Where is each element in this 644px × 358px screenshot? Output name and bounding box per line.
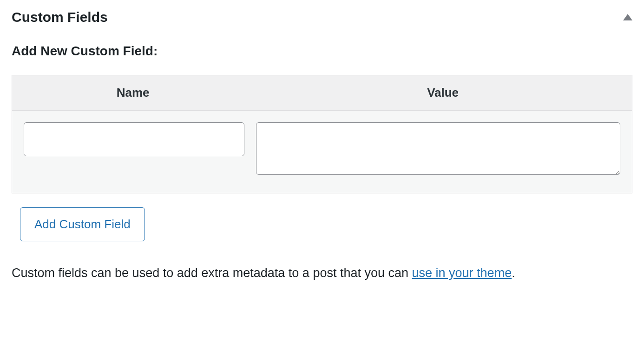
column-header-value: Value — [254, 75, 632, 110]
description-after: . — [512, 266, 515, 280]
panel-title: Custom Fields — [12, 9, 108, 25]
custom-fields-table: Name Value — [12, 75, 632, 193]
use-in-theme-link[interactable]: use in your theme — [412, 266, 512, 280]
add-custom-field-button[interactable]: Add Custom Field — [20, 207, 145, 241]
add-new-heading: Add New Custom Field: — [12, 44, 632, 59]
table-body — [12, 111, 632, 193]
custom-field-value-textarea[interactable] — [256, 122, 620, 175]
custom-field-name-input[interactable] — [24, 122, 244, 156]
panel-header: Custom Fields — [12, 9, 632, 25]
table-header-row: Name Value — [12, 75, 632, 110]
value-input-cell — [256, 122, 620, 177]
description-before: Custom fields can be used to add extra m… — [12, 266, 412, 280]
column-header-name: Name — [12, 75, 254, 110]
custom-fields-panel: Custom Fields Add New Custom Field: Name… — [0, 0, 644, 293]
collapse-up-icon[interactable] — [623, 14, 632, 20]
table-header: Name Value — [12, 75, 632, 111]
name-input-cell — [24, 122, 244, 156]
description-text: Custom fields can be used to add extra m… — [12, 262, 632, 284]
